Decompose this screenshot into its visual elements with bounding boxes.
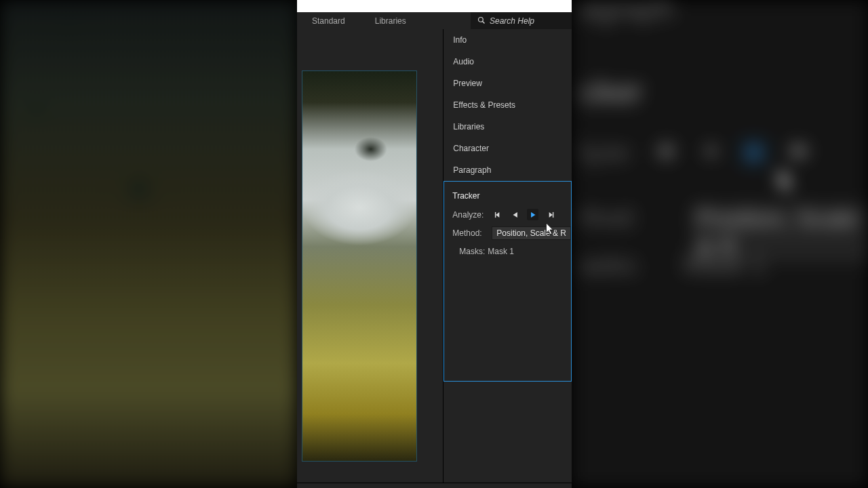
svg-point-0	[479, 17, 484, 22]
masks-label: Masks:	[459, 247, 485, 256]
search-icon	[477, 15, 486, 27]
composition-viewer	[297, 29, 443, 483]
panel-tab-info[interactable]: Info	[443, 29, 572, 51]
panel-tab-paragraph[interactable]: Paragraph	[443, 159, 572, 181]
panel-tab-audio[interactable]: Audio	[443, 51, 572, 73]
right-panels-column: Info Audio Preview Effects & Presets Lib…	[443, 29, 572, 483]
panel-tab-libraries[interactable]: Libraries	[443, 116, 572, 138]
app-window: Standard Libraries >> Info Audio Preview…	[297, 0, 572, 488]
analyze-row: Analyze:	[444, 205, 571, 224]
panel-tab-preview[interactable]: Preview	[443, 73, 572, 94]
search-input[interactable]	[490, 16, 592, 26]
search-help-wrap[interactable]	[471, 12, 572, 29]
method-dropdown[interactable]: Position, Scale & R	[492, 226, 571, 240]
svg-rect-2	[495, 211, 496, 217]
method-row: Method: Position, Scale & R	[444, 224, 571, 242]
panel-tab-character[interactable]: Character	[443, 138, 572, 159]
analyze-forward-icon[interactable]	[527, 209, 538, 220]
analyze-label: Analyze:	[452, 210, 490, 220]
analyze-step-backward-icon[interactable]	[492, 209, 503, 220]
bottom-strip	[297, 483, 572, 488]
method-label: Method:	[452, 228, 490, 238]
tracker-panel: Tracker Analyze:	[443, 181, 572, 382]
analyze-step-forward-icon[interactable]	[545, 209, 556, 220]
panel-tab-tracker[interactable]: Tracker	[444, 186, 571, 205]
video-background-right: agraph cker lyze: thod: Position, Scale …	[572, 0, 868, 488]
masks-value: Mask 1	[488, 247, 514, 256]
masks-row: Masks: Mask 1	[444, 242, 571, 260]
video-background-left	[0, 0, 297, 488]
window-titlebar	[297, 0, 572, 12]
panel-tab-effects[interactable]: Effects & Presets	[443, 94, 572, 116]
workspace-tab-libraries[interactable]: Libraries	[360, 12, 421, 29]
svg-rect-3	[553, 211, 553, 217]
preview-image[interactable]	[302, 71, 416, 461]
analyze-backward-icon[interactable]	[509, 209, 521, 220]
workspace-tab-standard[interactable]: Standard	[297, 12, 360, 29]
svg-line-1	[483, 21, 485, 23]
